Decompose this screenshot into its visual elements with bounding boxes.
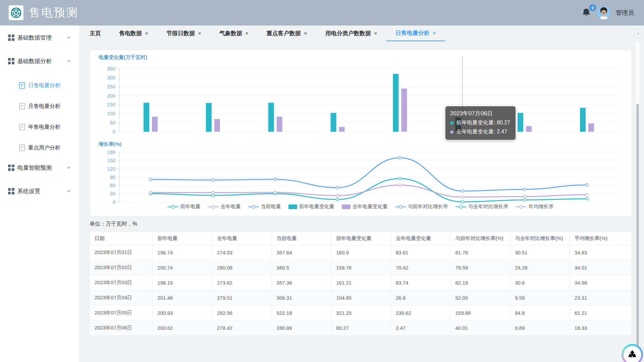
bar[interactable] — [339, 127, 345, 132]
data-point[interactable] — [523, 195, 526, 198]
data-point[interactable] — [586, 197, 588, 200]
table-cell: 26.8 — [391, 290, 450, 305]
bar[interactable] — [580, 108, 586, 132]
tab-1[interactable]: 售电数据× — [110, 25, 157, 41]
table-cell: 159.76 — [331, 260, 391, 275]
data-point[interactable] — [461, 190, 464, 192]
bar[interactable] — [401, 88, 407, 132]
column-header: 去年电量变化量 — [391, 232, 450, 245]
legend-item-6[interactable]: 与去年对比增长率 — [455, 203, 508, 210]
legend-item-4[interactable]: 去年电量变化量 — [342, 203, 388, 210]
svg-text:300: 300 — [107, 75, 115, 80]
data-point[interactable] — [523, 198, 526, 201]
bar[interactable] — [277, 117, 282, 132]
chart-legend: 前年电量去年电量当前电量前年电量变化量去年电量变化量与前年对比增长率与去年对比增… — [90, 203, 631, 210]
table-cell: 52.05 — [450, 290, 510, 305]
tab-close-icon[interactable]: × — [145, 30, 148, 37]
sidebar-item-4[interactable]: 年售电量分析 — [0, 117, 79, 137]
bar[interactable] — [214, 119, 220, 132]
legend-item-7[interactable]: 年均增长率 — [516, 203, 554, 210]
tab-6[interactable]: 日售电量分析× — [386, 25, 445, 41]
bar[interactable] — [393, 74, 398, 132]
tooltip-series-dot — [450, 121, 453, 125]
user-name[interactable]: 管理员 — [616, 9, 634, 17]
legend-line-marker-icon — [208, 204, 219, 209]
table-cell: 273.62 — [212, 275, 272, 290]
table-cell: 30.6 — [510, 275, 570, 290]
data-point[interactable] — [336, 186, 339, 189]
bar[interactable] — [526, 126, 532, 132]
tab-2[interactable]: 节假日数据× — [157, 25, 210, 41]
data-point[interactable] — [336, 194, 339, 197]
bar[interactable] — [331, 113, 336, 132]
svg-text:350: 350 — [107, 66, 115, 71]
bar-series-0[interactable] — [144, 74, 586, 132]
table-cell: 196.74 — [153, 245, 212, 260]
tab-3[interactable]: 气象数据× — [210, 25, 258, 41]
bar[interactable] — [268, 103, 274, 132]
tab-label: 气象数据 — [219, 29, 242, 37]
notification-badge: 0 — [589, 4, 596, 11]
data-point[interactable] — [212, 191, 214, 194]
data-point[interactable] — [461, 200, 464, 203]
data-point[interactable] — [149, 178, 152, 181]
table-row[interactable]: 2023年07月06日200.62278.42280.8980.272.4740… — [90, 320, 632, 336]
bar[interactable] — [518, 113, 523, 132]
legend-item-5[interactable]: 与前年对比增长率 — [395, 203, 448, 210]
data-point[interactable] — [274, 191, 277, 194]
data-point[interactable] — [149, 191, 152, 194]
bar[interactable] — [588, 123, 594, 132]
tab-close-icon[interactable]: × — [304, 30, 307, 37]
table-row[interactable]: 2023年07月02日200.74290.08360.5159.7670.427… — [90, 260, 632, 275]
sidebar-item-6[interactable]: 电量智能预测 — [0, 158, 79, 177]
tab-close-icon[interactable]: × — [245, 30, 249, 37]
data-point[interactable] — [398, 184, 401, 186]
data-point[interactable] — [212, 179, 214, 181]
tab-4[interactable]: 重点客户数据× — [258, 25, 316, 41]
notification-button[interactable]: 0 — [582, 7, 592, 18]
avatar[interactable] — [597, 6, 610, 19]
tab-close-icon[interactable]: × — [198, 30, 201, 37]
tab-0[interactable]: 主页 — [80, 25, 110, 41]
legend-label: 去年电量变化量 — [353, 203, 388, 210]
table-row[interactable]: 2023年07月05日200.93282.56522.18321.25239.6… — [90, 305, 632, 320]
table-row[interactable]: 2023年07月03日196.15273.62357.36161.2183.74… — [90, 275, 632, 290]
table-row[interactable]: 2023年07月01日196.74274.03357.64160.983.618… — [90, 245, 632, 260]
legend-item-3[interactable]: 前年电量变化量 — [288, 203, 334, 210]
data-point[interactable] — [398, 157, 401, 159]
sidebar-item-label: 基础数据管理 — [17, 34, 52, 42]
data-point[interactable] — [586, 184, 588, 186]
chevron-down-icon — [67, 190, 71, 192]
table-row[interactable]: 2023年07月04日201.46279.51306.31104.8526.85… — [90, 290, 632, 305]
sidebar-item-0[interactable]: 基础数据管理 — [0, 28, 79, 47]
add-tab-button[interactable]: + — [634, 29, 643, 38]
data-point[interactable] — [274, 178, 277, 181]
data-point[interactable] — [586, 193, 588, 196]
sidebar-item-2[interactable]: 日售电量分析 — [0, 75, 79, 96]
bar[interactable] — [144, 103, 149, 132]
data-point[interactable] — [336, 198, 339, 201]
line-series-0[interactable] — [149, 157, 588, 192]
tab-close-icon[interactable]: × — [374, 30, 377, 37]
bar[interactable] — [206, 103, 212, 132]
data-point[interactable] — [212, 194, 214, 197]
tooltip-row: 前年电量变化量: 80.27 — [450, 119, 510, 126]
legend-item-0[interactable]: 前年电量 — [168, 203, 201, 210]
tab-close-icon[interactable]: × — [433, 30, 436, 37]
data-point[interactable] — [398, 177, 401, 180]
legend-item-1[interactable]: 去年电量 — [208, 203, 241, 210]
data-point[interactable] — [523, 188, 526, 191]
bar[interactable] — [152, 117, 158, 132]
bar-series-1[interactable] — [152, 88, 594, 132]
sidebar-item-1[interactable]: 基础数据分析 — [0, 52, 79, 70]
charts-canvas: 0501001502002503003500306090120150180 — [90, 50, 632, 217]
sidebar-item-5[interactable]: 重点用户分析 — [0, 137, 79, 158]
data-point[interactable] — [461, 196, 464, 198]
scrollbar-thumb[interactable] — [636, 104, 639, 361]
sidebar-item-3[interactable]: 月售电量分析 — [0, 96, 79, 117]
table-cell: 200.62 — [153, 320, 212, 336]
line-series-2[interactable] — [149, 184, 588, 198]
tab-5[interactable]: 用电分类户数数据× — [316, 25, 386, 41]
legend-item-2[interactable]: 当前电量 — [248, 203, 281, 210]
sidebar-item-7[interactable]: 系统设置 — [0, 182, 79, 200]
